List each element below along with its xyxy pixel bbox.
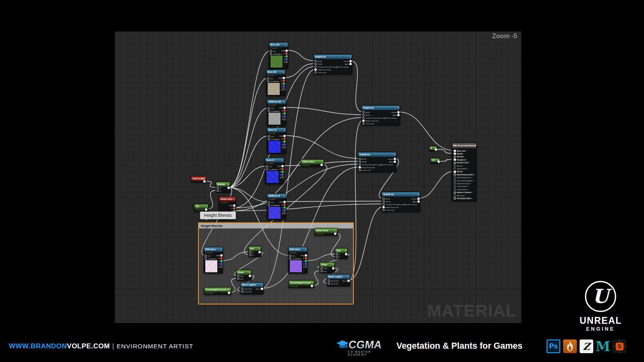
output-pin[interactable] [281,168,284,170]
output-pin[interactable] [347,280,350,282]
graph-node-hl1[interactable]: HeightLerp▾A (V3)B (V3)Transition Phase(… [314,54,352,74]
input-pin[interactable] [382,197,385,200]
output-pin[interactable] [417,200,420,203]
input-pin[interactable] [359,160,361,163]
graph-node-phb_moss[interactable]: PHB_Moss▴Param2DUVsViewMipBiasRGBRGBA [204,247,223,274]
graph-node-cliffrock_bc[interactable]: CliffRock_BC▴Param2DUVsViewMipBiasRGBRGB… [267,99,286,126]
output-pin[interactable] [438,160,440,163]
input-pin[interactable] [314,60,317,62]
output-pin[interactable] [345,253,347,255]
material-input-pin[interactable] [454,197,456,200]
material-input-pin[interactable] [454,171,456,173]
output-pin[interactable] [283,77,285,79]
graph-node-phc_l[interactable]: PowerHeightContrast_1▾Param (S) [204,287,231,295]
output-pin[interactable] [285,49,288,52]
input-pin[interactable] [289,255,291,257]
input-pin[interactable] [267,77,269,80]
output-pin[interactable] [283,112,286,115]
output-pin[interactable] [283,107,286,109]
input-pin[interactable] [359,166,361,169]
input-pin[interactable] [359,158,361,160]
graph-node-power_r[interactable]: Power▾BaseExp [320,262,335,273]
input-pin[interactable] [382,200,385,203]
output-pin[interactable] [233,204,235,207]
output-pin[interactable] [285,58,288,60]
output-pin[interactable] [281,173,284,176]
collapse-arrow-icon[interactable]: ▾ [233,197,234,202]
output-pin[interactable] [397,114,400,116]
input-pin[interactable] [268,107,270,109]
output-pin[interactable] [258,251,261,253]
graph-node-cliffrock_n[interactable]: CliffRock_N▴Param2DUVsViewMipBiasRGBRGBA [267,193,286,220]
output-pin[interactable] [283,118,286,120]
collapse-arrow-icon[interactable]: ▾ [418,192,419,197]
material-input-pin[interactable] [454,185,456,188]
graph-node-rock_n[interactable]: Rock_N▴Param2DUVsViewMipBiasRGBRGBA [265,158,284,184]
graph-node-phb_rock[interactable]: PHB_Rock▴Param2DUVsViewMipBiasRGBRGBA [288,247,308,274]
material-input-pin[interactable] [454,173,456,176]
output-pin[interactable] [233,207,235,210]
artist-website[interactable]: WWW.BRANDONVOLPE.COM|ENVIRONMENT ARTIST [9,342,193,350]
graph-node-texcoord[interactable]: TexCoord[0]▾ [191,176,206,182]
collapse-arrow-icon[interactable]: ▾ [261,283,262,287]
graph-node-tile[interactable]: Tile▾Param (S) [194,204,208,212]
input-pin[interactable] [359,169,361,171]
input-pin[interactable] [241,288,244,290]
output-pin[interactable] [311,285,313,287]
input-pin[interactable] [320,267,323,269]
input-pin[interactable] [328,282,330,285]
graph-node-phc_r[interactable]: PowerHeightContrast▾Param (S) [289,280,314,288]
output-pin[interactable] [285,61,288,63]
graph-node-moss_n[interactable]: Moss_N▴Param2DUVsViewMipBiasRGBRGBA [267,128,286,154]
input-pin[interactable] [359,163,361,166]
output-pin[interactable] [227,187,230,189]
input-pin[interactable] [382,203,385,206]
output-pin[interactable] [332,267,334,269]
input-pin[interactable] [268,135,270,138]
collapse-arrow-icon[interactable]: ▾ [259,247,260,251]
output-pin[interactable] [285,52,288,55]
output-pin[interactable] [305,254,307,257]
graph-node-hl2[interactable]: HeightLerp▾A (V3)B (V3)Transition Phase(… [361,105,400,125]
collapse-arrow-icon[interactable]: ▴ [305,247,306,252]
input-pin[interactable] [217,189,219,192]
output-pin[interactable] [435,148,437,151]
input-pin[interactable] [314,66,317,68]
output-pin[interactable] [397,111,400,113]
input-pin[interactable] [241,290,244,293]
input-pin[interactable] [362,111,365,113]
output-pin[interactable] [283,138,286,140]
collapse-arrow-icon[interactable]: ▴ [282,158,283,162]
graph-node-add2[interactable]: Add▾AB [335,248,348,259]
input-pin[interactable] [270,50,272,52]
output-pin[interactable] [283,143,286,146]
input-pin[interactable] [237,278,239,280]
output-pin[interactable] [281,176,284,179]
output-pin[interactable] [283,209,286,212]
graph-node-blend_l[interactable]: Blend_Lighten▾Blend (V3)Base (V3)Result [240,282,264,294]
input-pin[interactable] [249,254,252,256]
graph-node-falloff_rock[interactable]: Falloff_Rock▾Param (S) [314,228,338,236]
output-pin[interactable] [205,208,207,211]
output-pin[interactable] [283,206,286,209]
output-pin[interactable] [283,85,285,88]
graph-node-c0[interactable]: 0▾ [429,146,437,151]
input-pin[interactable] [204,255,207,257]
output-pin[interactable] [281,165,284,167]
output-pin[interactable] [334,232,336,235]
material-input-pin[interactable] [454,156,456,158]
output-pin[interactable] [283,109,286,112]
output-pin[interactable] [283,204,286,206]
input-pin[interactable] [314,71,317,74]
output-pin[interactable] [283,135,286,137]
collapse-arrow-icon[interactable]: ▾ [332,263,333,267]
output-pin[interactable] [283,82,285,85]
input-pin[interactable] [314,68,317,71]
input-pin[interactable] [336,253,338,255]
output-pin[interactable] [305,260,307,262]
graph-node-power_l[interactable]: Power▾BaseExp [236,270,252,281]
graph-node-rock_bc[interactable]: Rock_BC▴Param2DUVsViewMipBiasRGBRGBA [266,70,285,96]
output-pin[interactable] [249,275,251,277]
input-pin[interactable] [237,275,239,277]
output-pin[interactable] [417,197,420,200]
